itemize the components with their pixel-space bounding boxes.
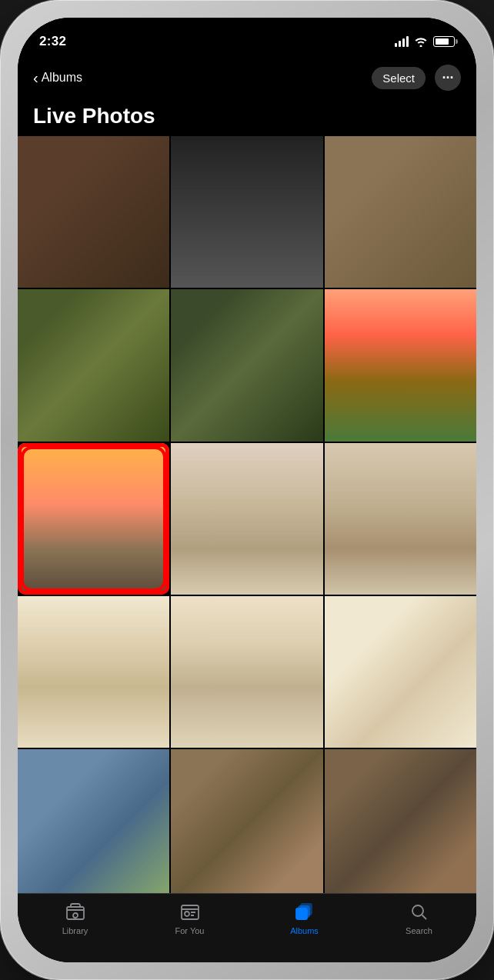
photo-row-5: [18, 749, 476, 893]
status-icons: [395, 36, 455, 47]
photo-cell[interactable]: [325, 596, 476, 748]
for-you-icon: [179, 902, 202, 923]
photo-cell[interactable]: [18, 749, 169, 893]
photo-cell[interactable]: [325, 749, 476, 893]
svg-point-3: [185, 912, 189, 916]
back-label: Albums: [42, 71, 82, 85]
svg-point-7: [412, 905, 423, 916]
phone-inner: 2:32: [18, 18, 476, 962]
photo-row-2: [18, 289, 476, 441]
wifi-icon: [414, 36, 428, 47]
photo-row-3: [18, 443, 476, 595]
library-icon: [64, 902, 87, 923]
photo-cell[interactable]: [325, 136, 476, 288]
notch: [193, 18, 301, 41]
photo-cell-selected[interactable]: [18, 443, 169, 595]
photo-cell[interactable]: [18, 136, 169, 288]
battery-icon: [433, 36, 455, 47]
more-button[interactable]: ···: [435, 65, 461, 91]
nav-actions: Select ···: [372, 65, 461, 91]
status-time: 2:32: [39, 34, 66, 49]
tab-albums-label: Albums: [290, 926, 319, 935]
back-chevron-icon: ‹: [33, 69, 38, 87]
tab-albums[interactable]: Albums: [278, 902, 332, 935]
phone-frame: 2:32: [0, 0, 494, 980]
search-icon: [408, 902, 431, 923]
nav-bar: ‹ Albums Select ···: [18, 56, 476, 99]
photo-cell[interactable]: [171, 136, 322, 288]
tab-library-label: Library: [62, 926, 88, 935]
photo-cell[interactable]: [18, 596, 169, 748]
select-button[interactable]: Select: [372, 67, 426, 89]
photo-grid: [18, 136, 476, 893]
tab-bar: Library For You: [18, 893, 476, 962]
photo-cell[interactable]: [171, 749, 322, 893]
back-button[interactable]: ‹ Albums: [33, 69, 82, 87]
photo-row-1: [18, 136, 476, 288]
svg-point-1: [73, 913, 78, 918]
photo-cell[interactable]: [171, 289, 322, 441]
tab-search-label: Search: [406, 926, 432, 935]
album-title: Live Photos: [18, 99, 476, 136]
photo-cell[interactable]: [325, 443, 476, 595]
tab-library[interactable]: Library: [48, 902, 102, 935]
photo-cell[interactable]: [171, 596, 322, 748]
tab-for-you[interactable]: For You: [163, 902, 217, 935]
photo-cell[interactable]: [18, 289, 169, 441]
photo-cell[interactable]: [171, 443, 322, 595]
albums-icon: [293, 902, 316, 923]
photo-row-4: [18, 596, 476, 748]
photo-cell[interactable]: [325, 289, 476, 441]
tab-for-you-label: For You: [175, 926, 205, 935]
tab-search[interactable]: Search: [392, 902, 446, 935]
svg-rect-6: [301, 904, 312, 915]
screen: 2:32: [18, 18, 476, 962]
signal-bars-icon: [395, 36, 409, 47]
svg-rect-2: [182, 905, 199, 919]
